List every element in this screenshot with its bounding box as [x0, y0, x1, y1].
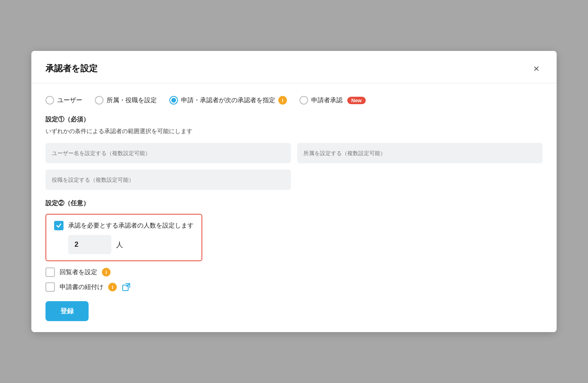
- approver-count-box: 承認を必要とする承認者の人数を設定します 人: [45, 214, 202, 261]
- radio-item-position[interactable]: 所属・役職を設定: [95, 96, 157, 105]
- approver-count-checkbox-row: 承認を必要とする承認者の人数を設定します: [54, 221, 194, 230]
- info-icon-next-approver[interactable]: i: [278, 96, 287, 105]
- new-badge: New: [347, 97, 366, 104]
- number-row: 人: [68, 235, 194, 254]
- radio-circle-next-approver: [169, 96, 178, 105]
- role-input[interactable]: [45, 170, 291, 190]
- modal-overlay: 承認者を設定 × ユーザー 所属・役職を設定 申請: [0, 0, 588, 383]
- radio-item-applicant[interactable]: 申請者承認 New: [299, 96, 366, 105]
- modal-header: 承認者を設定 ×: [31, 51, 557, 83]
- reviewer-checkbox[interactable]: [45, 267, 55, 277]
- radio-item-user[interactable]: ユーザー: [45, 96, 82, 105]
- radio-label-position: 所属・役職を設定: [107, 96, 157, 105]
- radio-label-user: ユーザー: [57, 96, 82, 105]
- radio-group: ユーザー 所属・役職を設定 申請・承認者が次の承認者を指定 i 申請者承認: [45, 96, 543, 105]
- setting2-title: 設定②（任意）: [45, 199, 543, 208]
- info-icon-reviewer[interactable]: i: [102, 268, 111, 276]
- radio-label-next-approver: 申請・承認者が次の承認者を指定: [181, 96, 275, 105]
- approver-count-label: 承認を必要とする承認者の人数を設定します: [68, 222, 194, 230]
- unit-label: 人: [116, 240, 123, 249]
- radio-circle-position: [95, 96, 103, 105]
- info-icon-link[interactable]: i: [108, 283, 117, 291]
- approver-count-checkbox[interactable]: [54, 221, 64, 230]
- modal-dialog: 承認者を設定 × ユーザー 所属・役職を設定 申請: [31, 51, 557, 332]
- radio-circle-applicant: [299, 96, 308, 105]
- close-button[interactable]: ×: [530, 62, 543, 75]
- setting1-desc: いずれかの条件による承認者の範囲選択を可能にします: [45, 128, 543, 135]
- modal-title: 承認者を設定: [45, 63, 98, 74]
- modal-body: ユーザー 所属・役職を設定 申請・承認者が次の承認者を指定 i 申請者承認: [31, 83, 557, 332]
- reviewer-row: 回覧者を設定 i: [45, 267, 543, 277]
- setting1-title: 設定①（必須）: [45, 116, 543, 124]
- approver-count-input[interactable]: [68, 235, 111, 254]
- external-link-icon[interactable]: [122, 282, 131, 292]
- link-checkbox[interactable]: [45, 282, 55, 292]
- username-input[interactable]: [45, 143, 291, 163]
- link-row: 申請書の紐付け i: [45, 282, 543, 292]
- input-grid-top: [45, 143, 543, 163]
- radio-item-next-approver[interactable]: 申請・承認者が次の承認者を指定 i: [169, 96, 287, 105]
- radio-label-applicant: 申請者承認: [311, 96, 343, 105]
- radio-circle-user: [45, 96, 54, 105]
- other-checks: 回覧者を設定 i 申請書の紐付け i: [45, 267, 543, 292]
- link-label: 申請書の紐付け: [60, 283, 103, 291]
- register-button[interactable]: 登録: [45, 301, 89, 321]
- reviewer-label: 回覧者を設定: [60, 268, 97, 276]
- affiliation-input[interactable]: [297, 143, 543, 163]
